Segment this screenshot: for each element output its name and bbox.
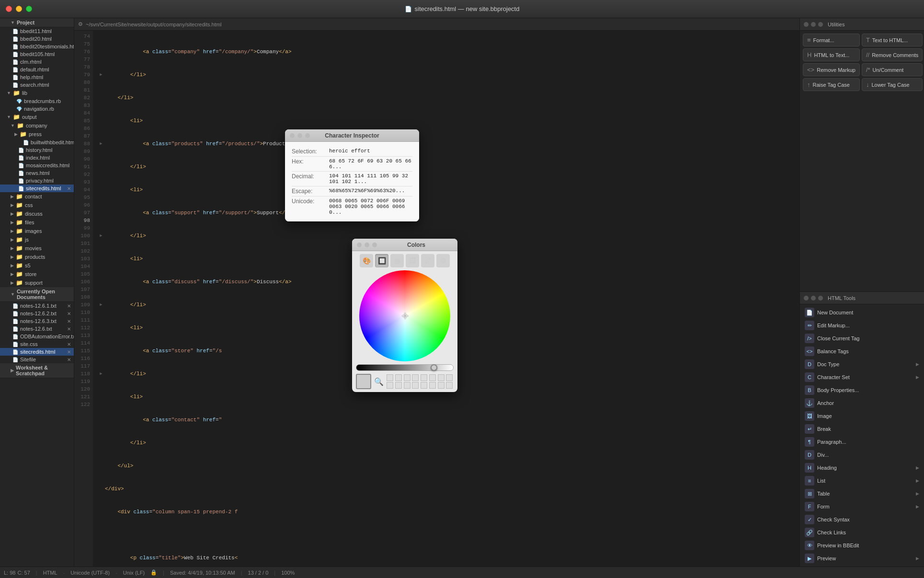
sidebar-item-sitefile[interactable]: 📄 Sitefile ✕: [0, 356, 74, 363]
htmltool-close-current-tag[interactable]: /> Close Current Tag: [802, 332, 922, 345]
sidebar-folder-s5[interactable]: ▶ 📁 s5: [0, 261, 74, 270]
swatch-cell[interactable]: [404, 382, 411, 389]
sidebar-item-sitecss[interactable]: 📄 site.css ✕: [0, 340, 74, 348]
sidebar-item-navigation[interactable]: 💎 navigation.rb: [0, 105, 74, 113]
swatch-cell[interactable]: [421, 374, 427, 381]
htmltool-edit-markup[interactable]: ✏ Edit Markup...: [802, 319, 922, 332]
color-tab-crayon[interactable]: 🖍: [421, 254, 434, 267]
color-tab-palette[interactable]: ▦: [390, 254, 404, 267]
fold-arrow[interactable]: [97, 278, 105, 286]
sidebar-folder-press[interactable]: ▶ 📁 press: [0, 130, 74, 139]
htmltool-div[interactable]: D Div...: [802, 449, 922, 461]
htmltool-list[interactable]: ≡ List ▶: [802, 474, 922, 487]
sidebar-folder-css[interactable]: ▶ 📁 css: [0, 201, 74, 209]
fold-arrow[interactable]: ▶: [97, 370, 105, 378]
color-tab-image[interactable]: 🖼: [406, 254, 419, 267]
fold-arrow[interactable]: [97, 439, 105, 447]
swatch-cell[interactable]: [446, 374, 453, 381]
sidebar-folder-support[interactable]: ▶ 📁 support: [0, 278, 74, 287]
open-docs-header[interactable]: ▼ Currently Open Documents: [0, 287, 74, 302]
swatch-cell[interactable]: [412, 374, 419, 381]
close-button[interactable]: [6, 6, 12, 12]
sidebar-folder-products[interactable]: ▶ 📁 products: [0, 253, 74, 261]
project-section-header[interactable]: ▼ Project: [0, 18, 74, 27]
sidebar-folder-contact[interactable]: ▶ 📁 contact: [0, 192, 74, 201]
htmltool-image[interactable]: 🖼 Image: [802, 410, 922, 422]
titlebar-buttons[interactable]: [6, 6, 32, 12]
htmltool-check-links[interactable]: 🔗 Check Links: [802, 526, 922, 539]
status-encoding[interactable]: Unicode (UTF-8): [70, 570, 110, 576]
swatch-cell[interactable]: [438, 374, 445, 381]
sidebar-folder-company[interactable]: ▼ 📁 company: [0, 121, 74, 130]
worksheet-header[interactable]: ▶ Worksheet & Scratchpad: [0, 363, 74, 378]
util-btn-remove-comments[interactable]: // Remove Comments: [862, 48, 923, 61]
color-tab-custom[interactable]: ⚙: [436, 254, 450, 267]
color-brightness[interactable]: [356, 364, 454, 371]
sidebar-item-clm[interactable]: 📄 clm.rhtml: [0, 58, 74, 66]
htmltool-anchor[interactable]: ⚓ Anchor: [802, 397, 922, 409]
brightness-thumb[interactable]: [431, 364, 437, 371]
sidebar-folder-js[interactable]: ▶ 📁 js: [0, 235, 74, 244]
htmltool-character-set[interactable]: C Character Set ▶: [802, 371, 922, 383]
swatch-cell[interactable]: [421, 382, 427, 389]
status-zoom[interactable]: 100%: [281, 570, 295, 576]
fold-arrow[interactable]: [97, 508, 105, 516]
swatch-cell[interactable]: [387, 382, 393, 389]
close-file-button[interactable]: ✕: [67, 326, 71, 332]
fold-arrow[interactable]: [97, 347, 105, 355]
sidebar-item-bbedit20t[interactable]: 📄 bbedit20testimonials.html: [0, 43, 74, 50]
swatch-cell[interactable]: [446, 382, 453, 389]
sidebar-item-bbedit105[interactable]: 📄 bbedit105.html: [0, 50, 74, 58]
close-file-button[interactable]: ✕: [67, 311, 71, 316]
util-btn-format[interactable]: ≡ Format...: [803, 34, 860, 46]
htmltool-doc-type[interactable]: D Doc Type ▶: [802, 358, 922, 370]
sidebar-item-history[interactable]: 📄 history.html: [0, 146, 74, 154]
status-line-ending[interactable]: Unix (LF): [123, 570, 145, 576]
fold-arrow[interactable]: ▶: [97, 232, 105, 240]
sidebar-item-bbedit20[interactable]: 📄 bbedit20.html: [0, 35, 74, 43]
util-btn-lower-tag[interactable]: ↓ Lower Tag Case: [862, 78, 923, 91]
minimize-button[interactable]: [16, 6, 22, 12]
sidebar-item-privacy[interactable]: 📄 privacy.html: [0, 177, 74, 185]
util-btn-remove-markup[interactable]: <> Remove Markup: [803, 63, 860, 76]
fold-arrow[interactable]: ▶: [97, 140, 105, 148]
sidebar-folder-store[interactable]: ▶ 📁 store: [0, 270, 74, 278]
htmltool-preview-bbedit[interactable]: 👁 Preview in BBEdit: [802, 539, 922, 552]
sidebar-item-sitecredits[interactable]: 📄 sitecredits.html ✕: [0, 185, 74, 192]
util-btn-text-to-html[interactable]: T Text to HTML...: [862, 34, 923, 46]
close-file-button[interactable]: ✕: [67, 186, 71, 191]
fold-arrow[interactable]: [97, 462, 105, 470]
sidebar-item-search[interactable]: 📄 search.rhtml: [0, 81, 74, 89]
fold-arrow[interactable]: [97, 163, 105, 171]
sidebar-item-odb[interactable]: 📄 ODBAutomationError.txt ✕: [0, 333, 74, 340]
fold-arrow[interactable]: [97, 255, 105, 263]
status-syntax[interactable]: HTML: [43, 570, 57, 576]
close-file-button[interactable]: ✕: [67, 303, 71, 309]
fold-arrow[interactable]: [97, 393, 105, 401]
fold-arrow[interactable]: [97, 485, 105, 493]
swatch-cell[interactable]: [387, 374, 393, 381]
sidebar-item-default[interactable]: 📄 default.rhtml: [0, 66, 74, 73]
fold-arrow[interactable]: [97, 554, 105, 562]
sidebar-folder-output[interactable]: ▼ 📁 output: [0, 113, 74, 121]
fold-arrow[interactable]: [97, 416, 105, 424]
swatch-cell[interactable]: [395, 374, 402, 381]
sidebar-item-news[interactable]: 📄 news.html: [0, 169, 74, 177]
htmltool-table[interactable]: ⊞ Table ▶: [802, 487, 922, 500]
swatch-cell[interactable]: [412, 382, 419, 389]
sidebar-item-notes4[interactable]: 📄 notes-12.6.txt ✕: [0, 325, 74, 333]
sidebar-item-builtwithbbedit[interactable]: 📄 builtwithbbedit.html: [0, 139, 74, 146]
fold-arrow[interactable]: ▶: [97, 301, 105, 309]
color-tab-wheel[interactable]: 🎨: [360, 254, 373, 267]
sidebar-item-bbedit11[interactable]: 📄 bbedit11.html: [0, 27, 74, 35]
editor[interactable]: ⚙ ~/svn/CurrentSite/newsite/output/compa…: [74, 18, 799, 566]
sidebar-folder-discuss[interactable]: ▶ 📁 discuss: [0, 209, 74, 218]
eyedropper-icon[interactable]: 🔍: [374, 377, 384, 386]
sidebar-folder-movies[interactable]: ▶ 📁 movies: [0, 244, 74, 253]
brightness-bar[interactable]: [356, 364, 454, 371]
swatch-cell[interactable]: [404, 374, 411, 381]
close-file-button[interactable]: ✕: [67, 319, 71, 324]
htmltool-break[interactable]: ↵ Break: [802, 423, 922, 435]
fold-arrow[interactable]: [97, 94, 105, 102]
sidebar-item-breadcrumbs[interactable]: 💎 breadcrumbs.rb: [0, 97, 74, 105]
